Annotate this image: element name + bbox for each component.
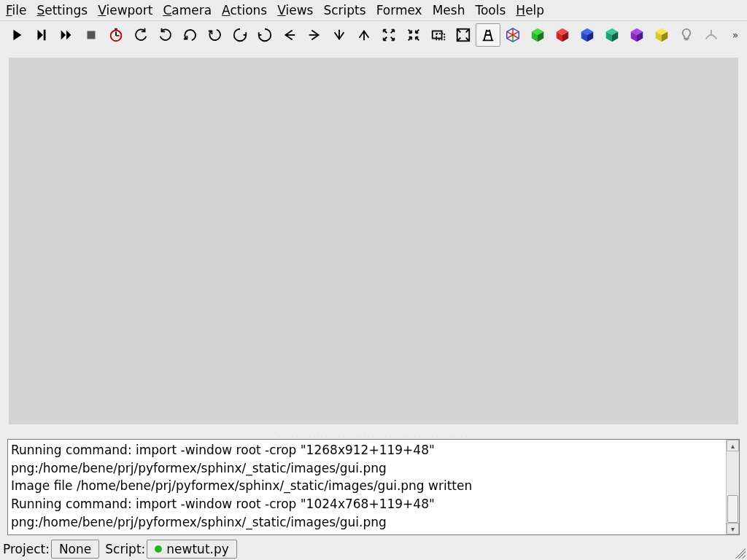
- stop-icon[interactable]: [79, 23, 104, 47]
- script-field: Script: newtut.py: [104, 540, 237, 559]
- rotate-right-icon[interactable]: [153, 23, 178, 47]
- scrollbar-track[interactable]: [727, 451, 739, 523]
- console-area: Running command: import -window root -cr…: [0, 439, 747, 538]
- toolbar: »: [0, 20, 747, 49]
- cube-teal-icon[interactable]: [600, 23, 624, 47]
- splitter-handle[interactable]: · · · · · · · · · · · · · · · · · · · · …: [0, 433, 747, 439]
- twist-right-icon[interactable]: [252, 23, 277, 47]
- project-value-button[interactable]: None: [51, 540, 99, 559]
- zoom-out-icon[interactable]: [376, 23, 401, 47]
- rotate-left-icon[interactable]: [128, 23, 153, 47]
- menu-file[interactable]: File: [6, 3, 26, 18]
- normals-icon[interactable]: [699, 23, 724, 47]
- zoom-in-icon[interactable]: [401, 23, 426, 47]
- menubar: FileSettingsViewportCameraActionsViewsSc…: [0, 0, 747, 20]
- arrow-down-icon[interactable]: [327, 23, 352, 47]
- menu-formex[interactable]: Formex: [376, 3, 422, 18]
- menu-camera[interactable]: Camera: [163, 3, 212, 18]
- menu-viewport[interactable]: Viewport: [98, 3, 152, 18]
- menu-mesh[interactable]: Mesh: [433, 3, 465, 18]
- arrow-right-icon[interactable]: [302, 23, 327, 47]
- menu-help[interactable]: Help: [516, 3, 544, 18]
- console-panel: Running command: import -window root -cr…: [7, 439, 740, 535]
- rotate-down-icon[interactable]: [203, 23, 228, 47]
- cube-wire-icon[interactable]: [500, 23, 525, 47]
- twist-left-icon[interactable]: [228, 23, 252, 47]
- perspective-icon[interactable]: [476, 23, 500, 47]
- menu-scripts[interactable]: Scripts: [323, 3, 365, 18]
- cube-yellow-icon[interactable]: [649, 23, 674, 47]
- project-field: Project: None: [1, 540, 99, 559]
- svg-rect-1: [88, 31, 96, 39]
- menu-actions[interactable]: Actions: [222, 3, 267, 18]
- scrollbar-thumb[interactable]: [727, 495, 738, 523]
- rotate-up-icon[interactable]: [178, 23, 203, 47]
- svg-rect-3: [115, 28, 117, 30]
- fastforward-icon[interactable]: [54, 23, 79, 47]
- toolbar-overflow-icon[interactable]: »: [728, 29, 743, 41]
- scrollbar-down-icon[interactable]: ▾: [727, 523, 739, 534]
- arrow-up-icon[interactable]: [352, 23, 376, 47]
- resize-grip-icon[interactable]: [732, 545, 746, 559]
- statusbar: Project: None Script: newtut.py: [0, 538, 747, 560]
- menu-settings[interactable]: Settings: [36, 3, 88, 18]
- canvas-area: [0, 49, 747, 433]
- lightbulb-icon[interactable]: [674, 23, 699, 47]
- cube-blue-icon[interactable]: [575, 23, 600, 47]
- console-text[interactable]: Running command: import -window root -cr…: [8, 440, 726, 534]
- project-value-text: None: [59, 542, 91, 556]
- cube-purple-icon[interactable]: [624, 23, 649, 47]
- arrow-left-icon[interactable]: [277, 23, 302, 47]
- script-value-text: newtut.py: [166, 542, 229, 556]
- console-scrollbar[interactable]: ▴ ▾: [726, 440, 739, 534]
- project-label: Project:: [1, 540, 51, 558]
- zoom-rect-icon[interactable]: [426, 23, 451, 47]
- script-value-button[interactable]: newtut.py: [147, 540, 237, 559]
- play-icon[interactable]: [4, 23, 29, 47]
- script-label: Script:: [104, 540, 147, 558]
- scrollbar-up-icon[interactable]: ▴: [727, 440, 739, 451]
- cube-red-icon[interactable]: [550, 23, 575, 47]
- menu-views[interactable]: Views: [277, 3, 313, 18]
- cube-green-icon[interactable]: [525, 23, 550, 47]
- viewport-3d[interactable]: [9, 58, 738, 424]
- menu-tools[interactable]: Tools: [475, 3, 506, 18]
- timer-icon[interactable]: [104, 23, 128, 47]
- svg-rect-7: [685, 39, 689, 41]
- status-dot-icon: [155, 545, 162, 553]
- zoom-all-icon[interactable]: [451, 23, 476, 47]
- svg-rect-0: [44, 30, 46, 41]
- step-icon[interactable]: [29, 23, 54, 47]
